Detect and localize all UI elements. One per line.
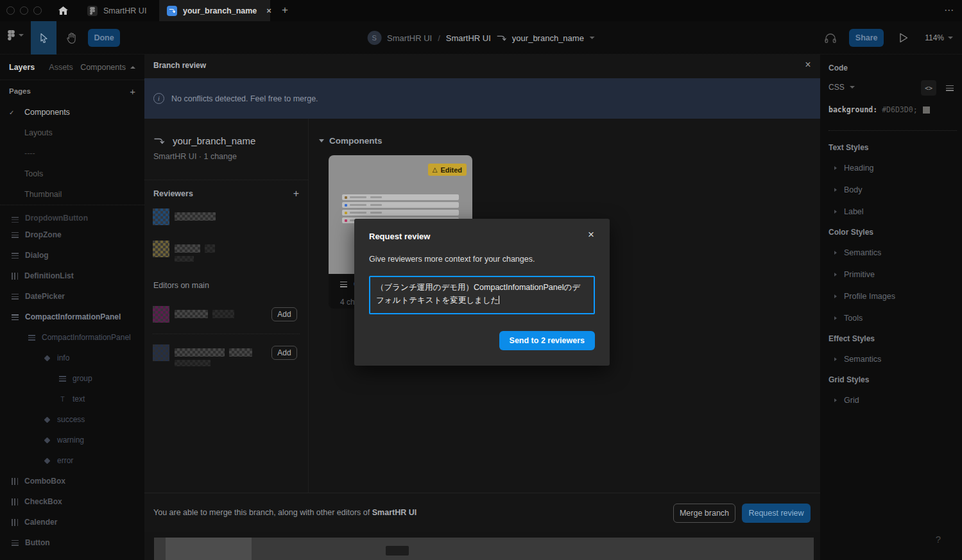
chevron-right-icon[interactable] bbox=[834, 166, 837, 170]
style-item[interactable]: Tools bbox=[829, 307, 962, 329]
home-button[interactable] bbox=[54, 3, 72, 18]
edited-badge: △ Edited bbox=[428, 164, 467, 176]
style-item[interactable]: Body bbox=[829, 179, 962, 201]
layer-item[interactable]: error bbox=[0, 450, 144, 471]
chevron-right-icon[interactable] bbox=[834, 398, 837, 402]
merge-permission-text: You are able to merge this branch, along… bbox=[153, 508, 417, 517]
chevron-right-icon[interactable] bbox=[834, 357, 837, 361]
share-button[interactable]: Share bbox=[849, 29, 884, 47]
window-more-icon[interactable]: ⋯ bbox=[941, 3, 958, 18]
chevron-right-icon[interactable] bbox=[834, 316, 837, 320]
tab-layers[interactable]: Layers bbox=[9, 63, 35, 72]
chevron-right-icon[interactable] bbox=[834, 294, 837, 298]
page-item[interactable]: ✓ Thumbnail bbox=[0, 184, 144, 205]
canvas-frame-section[interactable] bbox=[166, 538, 252, 560]
chevron-down-icon[interactable] bbox=[590, 37, 595, 39]
code-language-select[interactable]: CSS bbox=[829, 83, 855, 92]
add-editor-button[interactable]: Add bbox=[271, 346, 297, 360]
sidebar-tabs: Layers Assets Components bbox=[0, 55, 144, 80]
present-button[interactable] bbox=[899, 33, 908, 43]
tab-smarthr-ui[interactable]: SmartHR UI bbox=[80, 0, 159, 21]
chevron-right-icon[interactable] bbox=[834, 210, 837, 214]
layer-item[interactable]: ComboBox bbox=[0, 471, 144, 491]
new-tab-button[interactable]: + bbox=[277, 3, 293, 18]
layer-item[interactable]: Button bbox=[0, 532, 144, 553]
org-avatar[interactable]: S bbox=[367, 31, 381, 45]
canvas-element[interactable] bbox=[386, 546, 409, 556]
layer-label: warning bbox=[57, 436, 84, 445]
canvas[interactable] bbox=[144, 532, 820, 560]
page-item[interactable]: ✓ ---- bbox=[0, 143, 144, 164]
main-menu-button[interactable] bbox=[8, 30, 24, 40]
page-item[interactable]: ✓ Tools bbox=[0, 164, 144, 184]
layer-item[interactable]: DropZone bbox=[0, 225, 144, 245]
css-value[interactable]: #D6D3D0; bbox=[882, 105, 917, 114]
tab-close-icon[interactable]: × bbox=[266, 6, 271, 15]
add-editor-button[interactable]: Add bbox=[271, 307, 297, 321]
modal-close-icon[interactable]: × bbox=[802, 58, 814, 71]
layer-label: error bbox=[57, 456, 73, 465]
layer-item[interactable]: text bbox=[0, 389, 144, 409]
tab-components-collapse[interactable]: Components bbox=[80, 63, 135, 72]
audio-headphones-button[interactable] bbox=[825, 33, 836, 44]
chevron-right-icon[interactable] bbox=[834, 273, 837, 276]
zoom-control[interactable]: 114% bbox=[925, 33, 953, 42]
reviewers-title: Reviewers bbox=[153, 189, 193, 198]
window-minimize-light[interactable] bbox=[20, 6, 28, 15]
style-item[interactable]: Profile Images bbox=[829, 285, 962, 307]
layer-item[interactable]: Dialog bbox=[0, 245, 144, 266]
page-item[interactable]: ✓ Layouts bbox=[0, 123, 144, 143]
merge-branch-button[interactable]: Merge branch bbox=[673, 504, 735, 523]
breadcrumb-file[interactable]: SmartHR UI bbox=[446, 33, 491, 43]
code-view-toggle[interactable]: <> bbox=[921, 80, 936, 96]
layer-item[interactable]: DefinitionList bbox=[0, 266, 144, 286]
tab-your-branch-name[interactable]: your_branch_name × bbox=[159, 0, 270, 21]
page-item[interactable]: ✓ Components bbox=[0, 102, 144, 123]
canvas-frame[interactable] bbox=[154, 538, 814, 560]
window-close-light[interactable] bbox=[6, 6, 15, 15]
layer-label: DatePicker bbox=[25, 292, 65, 301]
color-styles-list: Semantics Primitive Profile Images bbox=[829, 242, 962, 329]
layer-item[interactable]: success bbox=[0, 409, 144, 430]
reviewer-row bbox=[153, 241, 300, 262]
layer-label: CompactInformationPanel bbox=[42, 333, 131, 342]
dialog-close-icon[interactable]: × bbox=[584, 228, 598, 242]
layer-label: info bbox=[57, 353, 69, 362]
add-reviewer-button[interactable]: + bbox=[293, 189, 299, 199]
tab-components-label: Components bbox=[80, 63, 126, 72]
reviewer-avatar-redacted bbox=[153, 208, 169, 225]
style-item[interactable]: Label bbox=[829, 201, 962, 223]
help-button[interactable]: ? bbox=[936, 534, 941, 545]
window-zoom-light[interactable] bbox=[33, 6, 42, 15]
layer-item[interactable]: DropdownButton bbox=[0, 205, 144, 225]
table-view-icon[interactable] bbox=[946, 85, 954, 91]
review-comment-input[interactable]: （ブランチ運用のデモ用）CompactInfomationPanelのデフォルト… bbox=[369, 276, 595, 314]
chevron-right-icon[interactable] bbox=[834, 251, 837, 255]
send-to-reviewers-button[interactable]: Send to 2 reviewers bbox=[499, 331, 595, 350]
tab-assets[interactable]: Assets bbox=[49, 63, 73, 72]
layer-item[interactable]: warning bbox=[0, 430, 144, 450]
done-button[interactable]: Done bbox=[88, 29, 120, 47]
add-page-button[interactable]: + bbox=[130, 86, 135, 97]
components-section-header[interactable]: Components bbox=[319, 136, 382, 146]
color-swatch[interactable] bbox=[923, 106, 930, 114]
style-item[interactable]: Semantics bbox=[829, 348, 962, 370]
layers-list: DropdownButton DropZone Dialog Definitio… bbox=[0, 205, 144, 553]
style-item[interactable]: Semantics bbox=[829, 242, 962, 264]
move-tool-selected[interactable] bbox=[31, 21, 56, 55]
layer-item[interactable]: CompactInformationPanel bbox=[0, 327, 144, 348]
layer-item[interactable]: CompactInformationPanel bbox=[0, 307, 144, 327]
hand-tool[interactable] bbox=[59, 21, 83, 55]
request-review-button[interactable]: Request review bbox=[742, 504, 811, 523]
breadcrumb-branch[interactable]: your_branch_name bbox=[512, 33, 584, 43]
layer-item[interactable]: info bbox=[0, 348, 144, 368]
style-item[interactable]: Heading bbox=[829, 157, 962, 179]
breadcrumb-project[interactable]: SmartHR UI bbox=[387, 33, 432, 43]
layer-item[interactable]: group bbox=[0, 368, 144, 389]
chevron-right-icon[interactable] bbox=[834, 188, 837, 192]
style-item[interactable]: Primitive bbox=[829, 264, 962, 285]
layer-item[interactable]: DatePicker bbox=[0, 286, 144, 307]
layer-item[interactable]: Calender bbox=[0, 512, 144, 532]
layer-item[interactable]: CheckBox bbox=[0, 491, 144, 512]
style-item[interactable]: Grid bbox=[829, 389, 962, 411]
